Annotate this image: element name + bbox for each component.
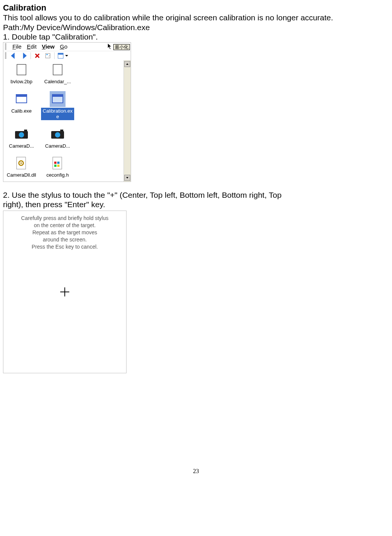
- toolbar-grip-icon: [5, 43, 6, 50]
- svg-point-14: [55, 132, 60, 137]
- toolbar: [3, 51, 131, 60]
- svg-rect-1: [46, 54, 48, 55]
- toolbar-separator: [54, 52, 55, 59]
- svg-rect-9: [52, 95, 63, 97]
- file-label: CameraD...: [8, 143, 35, 150]
- svg-rect-22: [54, 165, 56, 167]
- calib-instruction-line: on the center of the target.: [3, 222, 126, 229]
- file-item-camerad2[interactable]: CameraD...: [41, 126, 74, 150]
- dll-icon: [14, 155, 29, 171]
- menu-bar: File Edit View Go 最小化: [3, 43, 131, 51]
- file-item-calendar[interactable]: Calendar_...: [41, 62, 74, 85]
- camera-icon: [14, 126, 29, 142]
- path-text: Path:/My Device/Windows/Calibration.exe: [3, 23, 389, 32]
- svg-rect-4: [17, 64, 26, 75]
- svg-rect-20: [54, 162, 56, 164]
- svg-point-11: [19, 132, 24, 137]
- svg-point-18: [20, 162, 22, 164]
- cursor-icon: [107, 43, 113, 51]
- menu-edit[interactable]: Edit: [27, 43, 37, 50]
- step1-text: 1. Double tap "Calibration".: [3, 32, 389, 41]
- svg-rect-21: [57, 162, 59, 164]
- svg-rect-7: [16, 95, 27, 97]
- window-icon: [14, 91, 29, 107]
- menu-go[interactable]: Go: [60, 43, 67, 50]
- scrollbar[interactable]: [124, 60, 131, 182]
- step2-text-line2: right), then press "Enter" key.: [3, 200, 389, 209]
- toolbar-separator: [31, 52, 31, 59]
- calibration-screenshot: Carefully press and briefly hold stylus …: [3, 211, 127, 373]
- file-label: Calibration.exe: [41, 108, 74, 120]
- file-item-camerad1[interactable]: CameraD...: [5, 126, 38, 150]
- h-file-icon: [50, 155, 66, 171]
- page-number: 23: [3, 467, 389, 475]
- file-label: Calib.exe: [10, 108, 33, 115]
- svg-rect-23: [57, 165, 59, 167]
- scroll-down-icon[interactable]: [124, 175, 130, 181]
- file-explorer-screenshot: File Edit View Go 最小化: [3, 42, 131, 182]
- menu-view[interactable]: View: [42, 43, 55, 50]
- file-label: CameraD...: [44, 143, 72, 150]
- properties-button[interactable]: [44, 52, 52, 60]
- intro-text: This tool allows you to do calibration w…: [3, 13, 389, 22]
- file-label: CameraDll.dll: [5, 172, 38, 179]
- file-item-calibration[interactable]: Calibration.exe: [41, 91, 74, 120]
- back-button[interactable]: [9, 52, 18, 60]
- svg-rect-12: [24, 130, 27, 131]
- minimize-button[interactable]: 最小化: [113, 44, 130, 50]
- menu-file[interactable]: File: [12, 43, 21, 50]
- calib-instruction-line: Press the Esc key to cancel.: [3, 243, 126, 250]
- forward-button[interactable]: [20, 52, 28, 60]
- file-item-bvlow[interactable]: bvlow.2bp: [5, 62, 38, 85]
- file-label: bvlow.2bp: [9, 78, 34, 85]
- scroll-up-icon[interactable]: [124, 61, 130, 67]
- file-item-cameradll[interactable]: CameraDll.dll: [5, 155, 38, 179]
- file-icon: [14, 62, 29, 78]
- view-mode-button[interactable]: [57, 52, 69, 60]
- calib-instruction-line: Repeat as the target moves: [3, 229, 126, 236]
- svg-rect-15: [60, 130, 63, 131]
- calib-instruction-line: Carefully press and briefly hold stylus: [3, 215, 126, 222]
- camera-icon: [50, 126, 66, 142]
- svg-rect-3: [58, 53, 63, 55]
- file-label: Calendar_...: [43, 78, 73, 85]
- file-label: ceconfig.h: [45, 172, 70, 179]
- window-icon: [50, 91, 66, 107]
- svg-rect-5: [53, 64, 62, 75]
- file-item-calib[interactable]: Calib.exe: [5, 91, 38, 120]
- toolbar-grip-icon: [5, 52, 6, 59]
- calib-instruction-line: around the screen.: [3, 236, 126, 243]
- file-item-ceconfig[interactable]: ceconfig.h: [41, 155, 74, 179]
- section-heading: Calibration: [3, 3, 389, 13]
- delete-button[interactable]: [33, 52, 41, 60]
- step2-text-line1: 2. Use the stylus to touch the "+" (Cent…: [3, 190, 389, 200]
- file-icon: [50, 62, 66, 78]
